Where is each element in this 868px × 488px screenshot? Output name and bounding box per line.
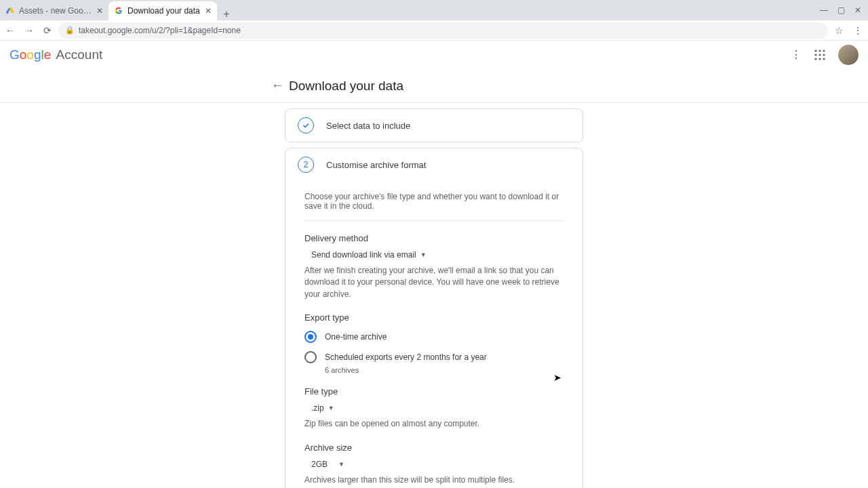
- step-number-badge: 2: [298, 157, 314, 173]
- url-text: takeout.google.com/u/2/?pli=1&pageId=non…: [79, 26, 241, 35]
- back-icon[interactable]: ←: [5, 25, 15, 36]
- browser-tab-active[interactable]: Download your data ✕: [108, 1, 217, 20]
- browser-address-bar: ← → ⟳ 🔒 takeout.google.com/u/2/?pli=1&pa…: [0, 20, 868, 41]
- drive-icon: [5, 6, 15, 16]
- delivery-method-label: Delivery method: [304, 233, 564, 243]
- delivery-method-dropdown[interactable]: Send download link via email ▼: [311, 250, 427, 260]
- svg-point-5: [818, 54, 821, 56]
- avatar[interactable]: [838, 45, 859, 65]
- url-input[interactable]: 🔒 takeout.google.com/u/2/?pli=1&pageId=n…: [58, 22, 828, 39]
- google-account-logo[interactable]: Google Account: [9, 47, 102, 62]
- export-type-option1-label: One-time archive: [325, 332, 387, 342]
- chevron-down-icon: ▼: [338, 461, 344, 468]
- star-icon[interactable]: ☆: [835, 25, 844, 36]
- svg-point-3: [823, 49, 825, 52]
- file-type-value: .zip: [311, 403, 324, 413]
- forward-icon[interactable]: →: [24, 25, 34, 36]
- file-type-dropdown[interactable]: .zip ▼: [311, 403, 334, 413]
- export-type-label: Export type: [304, 312, 564, 323]
- svg-point-4: [814, 54, 816, 56]
- step2-title: Customise archive format: [326, 160, 426, 170]
- export-type-option2-label: Scheduled exports every 2 months for a y…: [325, 352, 487, 362]
- tab-title: Download your data: [127, 6, 202, 16]
- close-window-icon[interactable]: ✕: [854, 5, 861, 15]
- file-type-label: File type: [304, 386, 564, 396]
- svg-point-1: [814, 49, 816, 52]
- step2-card: 2 Customise archive format Choose your a…: [285, 148, 583, 488]
- radio-icon-checked: [304, 331, 317, 343]
- svg-point-6: [823, 54, 825, 56]
- main-content: Select data to include 2 Customise archi…: [0, 103, 868, 488]
- file-type-hint: Zip files can be opened on almost any co…: [304, 418, 564, 430]
- lock-icon: 🔒: [65, 26, 75, 35]
- archive-size-label: Archive size: [304, 443, 564, 453]
- browser-tab-inactive[interactable]: Assets - new Google Sites - Goo ✕: [0, 1, 108, 20]
- archive-size-dropdown[interactable]: 2GB ▼: [311, 460, 344, 469]
- export-type-option-scheduled[interactable]: Scheduled exports every 2 months for a y…: [304, 351, 564, 363]
- page-title-bar: ← Download your data: [0, 69, 868, 103]
- delivery-method-value: Send download link via email: [311, 250, 416, 260]
- browser-menu-icon[interactable]: ⋮: [853, 25, 863, 36]
- radio-icon-unchecked: [304, 351, 317, 363]
- check-icon: [298, 117, 314, 134]
- app-header: Google Account ⋮: [0, 41, 868, 69]
- apps-grid-icon[interactable]: [814, 49, 826, 61]
- step2-intro: Choose your archive's file type and whet…: [304, 181, 564, 221]
- archive-size-hint: Archives larger than this size will be s…: [304, 474, 564, 486]
- archive-size-value: 2GB: [311, 460, 328, 469]
- more-icon[interactable]: ⋮: [791, 48, 802, 61]
- close-icon[interactable]: ✕: [96, 6, 103, 16]
- google-favicon: [114, 6, 123, 16]
- svg-point-2: [818, 49, 821, 52]
- svg-point-9: [823, 58, 825, 60]
- new-tab-button[interactable]: +: [217, 8, 236, 20]
- svg-point-8: [818, 58, 821, 60]
- page-back-icon[interactable]: ←: [271, 79, 283, 93]
- page-title: Download your data: [289, 79, 403, 94]
- export-type-option2-sub: 6 archives: [325, 366, 564, 374]
- chevron-down-icon: ▼: [420, 251, 427, 258]
- delivery-method-hint: After we finish creating your archive, w…: [304, 265, 564, 300]
- step1-title: Select data to include: [326, 121, 410, 131]
- step1-card[interactable]: Select data to include: [285, 108, 583, 142]
- svg-point-7: [814, 58, 816, 60]
- tab-title: Assets - new Google Sites - Goo: [19, 6, 94, 16]
- minimize-icon[interactable]: —: [820, 5, 828, 15]
- reload-icon[interactable]: ⟳: [43, 25, 52, 36]
- close-icon[interactable]: ✕: [205, 6, 212, 16]
- chevron-down-icon: ▼: [328, 405, 334, 411]
- maximize-icon[interactable]: ▢: [837, 5, 845, 15]
- browser-tab-strip: Assets - new Google Sites - Goo ✕ Downlo…: [0, 0, 868, 20]
- export-type-option-onetime[interactable]: One-time archive: [304, 331, 564, 343]
- window-controls: — ▢ ✕: [813, 0, 868, 20]
